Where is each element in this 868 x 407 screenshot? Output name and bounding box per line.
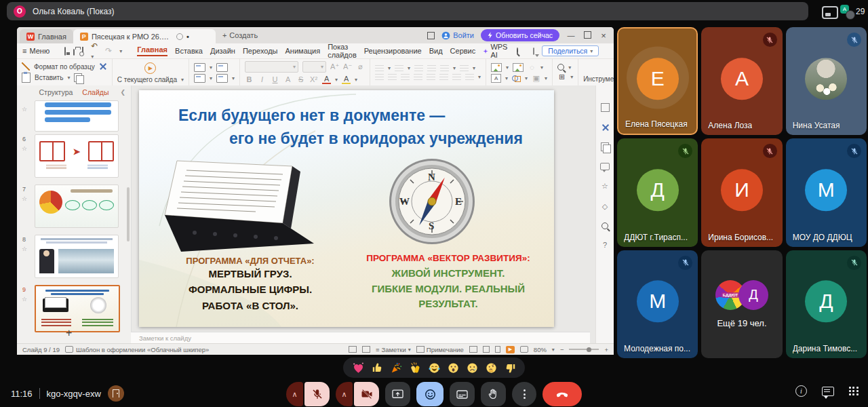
panel-scrollbar[interactable] bbox=[127, 187, 130, 241]
reactions-button[interactable] bbox=[416, 382, 443, 406]
camera-options-button[interactable]: ∧ bbox=[336, 382, 353, 406]
menu-insert[interactable]: Вставка bbox=[175, 47, 203, 55]
increase-font-icon[interactable]: A⁺ bbox=[330, 62, 339, 71]
camera-off-button[interactable] bbox=[354, 382, 379, 406]
more-options-button[interactable] bbox=[512, 382, 536, 406]
align-center-icon[interactable] bbox=[388, 74, 397, 81]
cut-icon[interactable] bbox=[99, 62, 107, 71]
print-icon[interactable] bbox=[73, 49, 75, 56]
fit-slide-icon[interactable] bbox=[520, 346, 528, 353]
meeting-details-icon[interactable]: i bbox=[795, 385, 807, 397]
handout-icon[interactable] bbox=[362, 346, 370, 353]
increase-indent-icon[interactable] bbox=[427, 65, 436, 72]
slide-thumbnail-5[interactable] bbox=[35, 100, 119, 132]
update-now-button[interactable]: Обновить сейчас bbox=[481, 29, 559, 41]
minimize-button[interactable]: — bbox=[566, 31, 576, 39]
new-document-tab[interactable]: +Создать bbox=[216, 27, 264, 43]
zoom-in-button[interactable]: + bbox=[604, 346, 608, 353]
normal-view-icon[interactable] bbox=[469, 346, 477, 353]
slideshow-group[interactable]: ▶ С текущего слайда▾ bbox=[113, 59, 189, 86]
properties-icon[interactable] bbox=[601, 103, 610, 112]
present-screen-button[interactable] bbox=[385, 382, 410, 406]
comments-icon[interactable] bbox=[600, 163, 610, 170]
cut-tool-icon[interactable] bbox=[601, 123, 609, 131]
font-size-select[interactable]: ▾ bbox=[302, 61, 326, 73]
slide-thumbnail-8[interactable] bbox=[35, 235, 119, 278]
chat-icon[interactable] bbox=[822, 387, 834, 396]
tab-slides[interactable]: Слайды bbox=[82, 88, 108, 96]
columns-icon[interactable] bbox=[427, 74, 435, 81]
participant-tile[interactable]: И Ирина Борисов... bbox=[701, 138, 782, 246]
maximize-button[interactable] bbox=[583, 31, 592, 40]
paragraph-more-icon[interactable] bbox=[465, 74, 474, 81]
participant-tile[interactable]: А Алена Лоза bbox=[701, 27, 782, 135]
align-left-icon[interactable] bbox=[375, 74, 384, 81]
clear-format-icon[interactable]: ⌀ bbox=[356, 62, 365, 71]
underline-icon[interactable]: U bbox=[271, 75, 279, 83]
font-color-icon[interactable]: A bbox=[322, 75, 331, 84]
reaction-party-popper[interactable] bbox=[389, 360, 403, 375]
toolbar-expand-icon[interactable]: ▾ bbox=[119, 48, 122, 54]
spellcheck-icon[interactable] bbox=[349, 346, 357, 353]
reaction-thumbs-up[interactable] bbox=[370, 360, 384, 375]
reaction-thinking[interactable] bbox=[484, 360, 498, 375]
slide-canvas[interactable]: Если будущего нет в документе — его не б… bbox=[131, 85, 590, 332]
menu-design[interactable]: Дизайн bbox=[210, 47, 235, 55]
participant-tile[interactable]: Е Елена Пясецкая bbox=[617, 27, 698, 135]
favorites-icon[interactable]: ☆ bbox=[601, 182, 608, 191]
strikethrough-icon[interactable]: S bbox=[296, 75, 305, 83]
participants-stack-icon[interactable]: А bbox=[840, 5, 854, 18]
insert-chart-icon[interactable] bbox=[513, 63, 524, 72]
redo-icon[interactable]: ↷ bbox=[105, 46, 112, 56]
star-icon[interactable]: ☆ bbox=[22, 106, 27, 113]
comment-toggle[interactable]: Примечание bbox=[416, 346, 464, 353]
paste-label[interactable]: Вставить bbox=[35, 74, 63, 81]
participant-tile[interactable]: Нина Усатая bbox=[786, 27, 867, 135]
add-slide-button[interactable]: + bbox=[66, 327, 72, 339]
tab-structure[interactable]: Структура bbox=[39, 88, 73, 96]
menu-main[interactable]: ≡Меню bbox=[22, 47, 50, 55]
current-slide[interactable]: Если будущего нет в документе — его не б… bbox=[139, 90, 554, 327]
slide-thumbnail-9-current[interactable] bbox=[35, 285, 120, 332]
participant-tile[interactable]: Д ДДЮТ г.Тирасп... bbox=[617, 138, 698, 246]
decrease-indent-icon[interactable] bbox=[414, 65, 423, 72]
bullet-list-icon[interactable] bbox=[375, 65, 384, 72]
close-button[interactable]: × bbox=[599, 31, 608, 41]
highlight-icon[interactable]: A bbox=[342, 75, 351, 84]
search-icon[interactable] bbox=[517, 47, 518, 54]
mic-off-button[interactable] bbox=[304, 382, 330, 406]
slide-notes-area[interactable]: Заметки к слайду bbox=[131, 332, 590, 343]
mic-options-button[interactable]: ∧ bbox=[286, 382, 303, 406]
zoom-slider[interactable] bbox=[569, 349, 599, 350]
find-icon[interactable] bbox=[601, 222, 608, 229]
participant-tile[interactable]: Д Дарина Тимовс... bbox=[786, 250, 867, 358]
text-effects-icon[interactable]: A bbox=[283, 75, 292, 83]
copy-icon[interactable] bbox=[74, 73, 82, 82]
superscript-icon[interactable]: X² bbox=[309, 75, 318, 83]
line-spacing-icon[interactable] bbox=[440, 65, 449, 72]
slide-thumbnail-7[interactable] bbox=[35, 185, 119, 228]
leave-call-button[interactable] bbox=[542, 382, 582, 406]
arrange-icon[interactable]: ▣ bbox=[532, 74, 540, 83]
format-painter-label[interactable]: Формат по образцу bbox=[34, 63, 95, 71]
login-button[interactable]: Войти bbox=[441, 31, 474, 40]
help-icon[interactable]: ? bbox=[603, 241, 607, 249]
star-icon[interactable]: ☆ bbox=[22, 145, 27, 152]
menu-wps-ai[interactable]: WPS AI bbox=[483, 43, 509, 59]
menu-view[interactable]: Вид bbox=[429, 47, 443, 55]
pop-out-icon[interactable] bbox=[822, 6, 838, 19]
reaction-astonished[interactable] bbox=[446, 360, 460, 375]
shapes-icon[interactable]: ◇ bbox=[602, 202, 608, 211]
notes-toggle[interactable]: ≡Заметки▾ bbox=[376, 346, 411, 353]
find-replace-icon[interactable] bbox=[557, 64, 564, 71]
share-button[interactable]: Поделиться▾ bbox=[542, 45, 599, 56]
align-right-icon[interactable] bbox=[401, 74, 410, 81]
reaction-crying[interactable] bbox=[465, 360, 479, 375]
captions-button[interactable] bbox=[450, 382, 475, 406]
slideshow-play-button[interactable]: ▶ bbox=[506, 346, 515, 353]
text-direction-icon[interactable] bbox=[460, 65, 469, 72]
save-icon[interactable] bbox=[64, 47, 66, 56]
star-icon[interactable]: ☆ bbox=[22, 296, 27, 303]
star-icon[interactable]: ☆ bbox=[22, 246, 27, 252]
slide-section-icon[interactable] bbox=[194, 74, 205, 83]
